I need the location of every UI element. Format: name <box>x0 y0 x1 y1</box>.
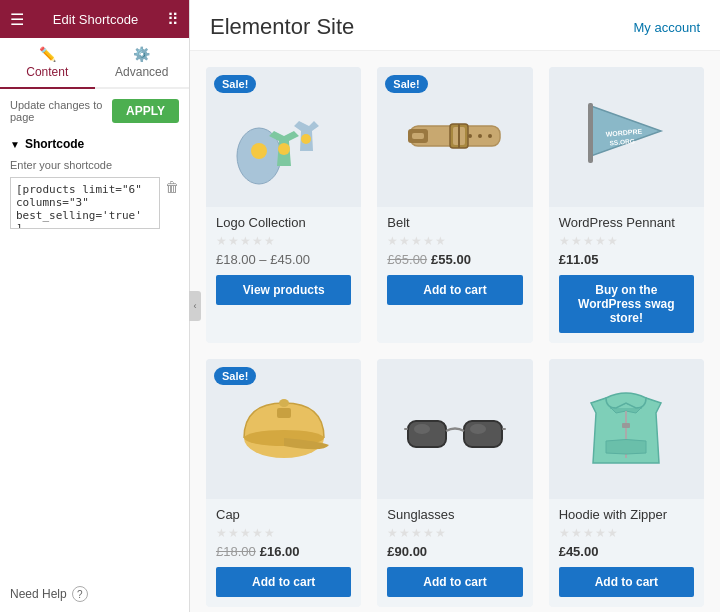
svg-rect-21 <box>408 421 446 447</box>
update-label: Update changes to page <box>10 99 112 123</box>
product-info: Logo Collection★★★★★£18.00 – £45.00View … <box>206 207 361 315</box>
svg-rect-22 <box>464 421 502 447</box>
product-button-sunglasses[interactable]: Add to cart <box>387 567 522 597</box>
price-sale: £55.00 <box>431 252 471 267</box>
sale-badge: Sale! <box>214 75 256 93</box>
my-account-link[interactable]: My account <box>634 20 700 35</box>
help-icon[interactable]: ? <box>72 586 88 602</box>
svg-point-3 <box>278 143 290 155</box>
shortcode-arrow-icon: ▼ <box>10 139 20 150</box>
svg-point-2 <box>251 143 267 159</box>
apply-button[interactable]: APPLY <box>112 99 179 123</box>
product-image-wrap: Sale! <box>206 67 361 207</box>
svg-rect-19 <box>277 408 291 418</box>
product-name: Logo Collection <box>216 215 351 230</box>
product-info: Belt★★★★★£65.00£55.00Add to cart <box>377 207 532 315</box>
product-info: WordPress Pennant★★★★★£11.05Buy on the W… <box>549 207 704 343</box>
svg-rect-23 <box>404 428 408 430</box>
price-row: £45.00 <box>559 544 694 559</box>
product-card-wordpress-pennant: WORDPRE SS.ORG WordPress Pennant★★★★★£11… <box>549 67 704 343</box>
product-card-sunglasses: Sunglasses★★★★★£90.00Add to cart <box>377 359 532 607</box>
site-title: Elementor Site <box>210 14 354 40</box>
star-rating: ★★★★★ <box>387 234 522 248</box>
collapse-arrow-icon: ‹ <box>194 301 197 311</box>
product-card-cap: Sale! Cap★★★★★£18.00£16.00Add to cart <box>206 359 361 607</box>
product-image-wrap <box>549 359 704 499</box>
product-name: WordPress Pennant <box>559 215 694 230</box>
product-card-hoodie-zipper: Hoodie with Zipper★★★★★£45.00Add to cart <box>549 359 704 607</box>
sale-badge: Sale! <box>214 367 256 385</box>
svg-point-25 <box>414 424 430 434</box>
product-image-logo-collection <box>229 81 339 194</box>
shortcode-section-header: ▼ Shortcode <box>10 137 179 151</box>
star-rating: ★★★★★ <box>216 234 351 248</box>
sidebar-header: ☰ Edit Shortcode ⠿ <box>0 0 189 38</box>
product-name: Sunglasses <box>387 507 522 522</box>
content-tab-icon: ✏️ <box>39 46 56 62</box>
price-row: £18.00 – £45.00 <box>216 252 351 267</box>
product-image-cap <box>229 373 339 486</box>
svg-point-12 <box>468 134 472 138</box>
product-card-belt: Sale! Belt★★★★★£65.00£55.00Add to cart <box>377 67 532 343</box>
star-rating: ★★★★★ <box>559 234 694 248</box>
products-grid: Sale! Logo Collection★★★★★£18.00 – £45.0… <box>190 51 720 612</box>
update-row: Update changes to page APPLY <box>10 99 179 123</box>
product-name: Hoodie with Zipper <box>559 507 694 522</box>
product-card-logo-collection: Sale! Logo Collection★★★★★£18.00 – £45.0… <box>206 67 361 343</box>
sale-badge: Sale! <box>385 75 427 93</box>
main-content: Elementor Site My account Sale! Logo Col… <box>190 0 720 612</box>
svg-point-4 <box>301 134 311 144</box>
sidebar-content: Update changes to page APPLY ▼ Shortcode… <box>0 89 189 576</box>
product-image-wrap: Sale! <box>206 359 361 499</box>
star-rating: ★★★★★ <box>387 526 522 540</box>
star-rating: ★★★★★ <box>216 526 351 540</box>
product-button-cap[interactable]: Add to cart <box>216 567 351 597</box>
grid-icon[interactable]: ⠿ <box>167 10 179 29</box>
product-button-wordpress-pennant[interactable]: Buy on the WordPress swag store! <box>559 275 694 333</box>
tab-advanced[interactable]: ⚙️ Advanced <box>95 38 190 87</box>
need-help-label: Need Help <box>10 587 67 601</box>
price-row: £90.00 <box>387 544 522 559</box>
shortcode-input-wrap: [products limit="6" columns="3" best_sel… <box>10 177 179 229</box>
product-image-wrap: WORDPRE SS.ORG <box>549 67 704 207</box>
price-sale: £16.00 <box>260 544 300 559</box>
hamburger-icon[interactable]: ☰ <box>10 10 24 29</box>
price-original: £65.00 <box>387 252 427 267</box>
price-row: £18.00£16.00 <box>216 544 351 559</box>
svg-rect-14 <box>588 103 593 163</box>
tabs-row: ✏️ Content ⚙️ Advanced <box>0 38 189 89</box>
svg-rect-7 <box>412 133 424 139</box>
sidebar-header-title: Edit Shortcode <box>53 12 138 27</box>
svg-point-11 <box>478 134 482 138</box>
advanced-tab-icon: ⚙️ <box>133 46 150 62</box>
product-info: Hoodie with Zipper★★★★★£45.00Add to cart <box>549 499 704 607</box>
shortcode-section-title: Shortcode <box>25 137 84 151</box>
shortcode-textarea[interactable]: [products limit="6" columns="3" best_sel… <box>10 177 160 229</box>
product-image-wordpress-pennant: WORDPRE SS.ORG <box>571 81 681 194</box>
need-help-row: Need Help ? <box>0 576 189 612</box>
sidebar: ☰ Edit Shortcode ⠿ ✏️ Content ⚙️ Advance… <box>0 0 190 612</box>
product-image-wrap <box>377 359 532 499</box>
svg-point-26 <box>470 424 486 434</box>
product-name: Belt <box>387 215 522 230</box>
product-info: Sunglasses★★★★★£90.00Add to cart <box>377 499 532 607</box>
svg-point-13 <box>488 134 492 138</box>
product-name: Cap <box>216 507 351 522</box>
shortcode-input-label: Enter your shortcode <box>10 159 179 171</box>
svg-point-20 <box>279 399 289 407</box>
product-info: Cap★★★★★£18.00£16.00Add to cart <box>206 499 361 607</box>
product-image-belt <box>400 81 510 194</box>
content-tab-label: Content <box>26 65 68 79</box>
price-original: £18.00 <box>216 544 256 559</box>
product-image-hoodie-zipper <box>571 373 681 486</box>
star-rating: ★★★★★ <box>559 526 694 540</box>
product-button-belt[interactable]: Add to cart <box>387 275 522 305</box>
tab-content[interactable]: ✏️ Content <box>0 38 95 89</box>
product-button-logo-collection[interactable]: View products <box>216 275 351 305</box>
delete-icon[interactable]: 🗑 <box>165 177 179 229</box>
product-button-hoodie-zipper[interactable]: Add to cart <box>559 567 694 597</box>
product-image-wrap: Sale! <box>377 67 532 207</box>
svg-text:SS.ORG: SS.ORG <box>610 137 636 146</box>
main-header: Elementor Site My account <box>190 0 720 51</box>
collapse-handle[interactable]: ‹ <box>189 291 201 321</box>
